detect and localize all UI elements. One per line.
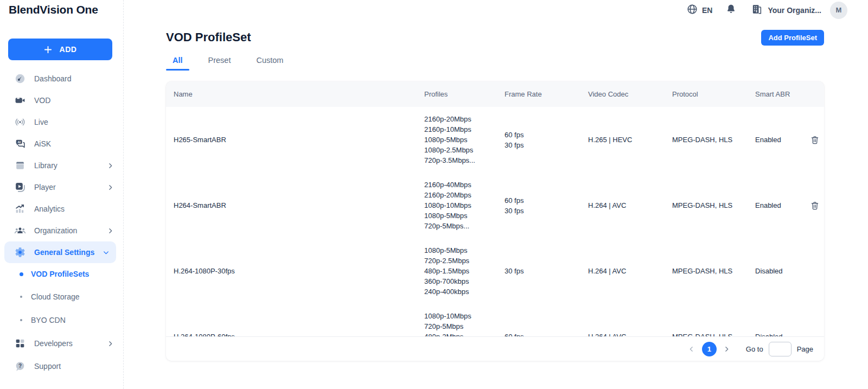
- sidebar-item-vod-profilesets[interactable]: VOD ProfileSets: [0, 263, 124, 285]
- table-row[interactable]: H264-SmartABR 2160p-40Mbps 2160p-20Mbps …: [166, 173, 824, 238]
- column-header-name: Name: [174, 90, 424, 98]
- go-to-label: Go to: [746, 345, 763, 353]
- bullet-dot-icon: [18, 319, 24, 321]
- profileset-name: H.264-1080P-30fps: [174, 267, 424, 275]
- go-to-page-input[interactable]: [769, 342, 792, 356]
- add-button[interactable]: ADD: [8, 39, 112, 60]
- pagination-prev-button[interactable]: [685, 342, 699, 356]
- add-button-label: ADD: [59, 45, 76, 54]
- sidebar-item-aisk[interactable]: AI AiSK: [0, 133, 124, 155]
- sidebar-item-label: VOD: [34, 96, 50, 105]
- tab-custom[interactable]: Custom: [250, 54, 290, 71]
- page-label: Page: [797, 345, 813, 353]
- plus-icon: [43, 43, 53, 55]
- page-title: VOD ProfileSet: [166, 30, 251, 44]
- chevron-right-icon: [107, 162, 114, 169]
- delete-icon[interactable]: [809, 134, 821, 146]
- profiles-cell: 2160p-20Mbps 2160p-10Mbps 1080p-5Mbps 10…: [424, 114, 505, 165]
- column-header-frame-rate: Frame Rate: [505, 90, 588, 98]
- smart-abr-cell: Disabled: [755, 333, 809, 336]
- column-header-smart-abr: Smart ABR: [755, 90, 809, 98]
- grid-icon: [14, 337, 26, 349]
- sidebar-item-live[interactable]: Live: [0, 111, 124, 133]
- chevron-right-icon: [107, 227, 114, 234]
- video-camera-icon: [14, 94, 26, 106]
- table-row[interactable]: H.264-1080P-60fps 1080p-10Mbps 720p-5Mbp…: [166, 304, 824, 336]
- sidebar-item-player[interactable]: Player: [0, 176, 124, 198]
- help-bubble-icon: ?: [14, 360, 26, 372]
- gear-icon: [14, 246, 26, 258]
- column-header-profiles: Profiles: [424, 90, 505, 98]
- sidebar-subitem-label: BYO CDN: [31, 316, 66, 324]
- tabs: All Preset Custom: [166, 54, 290, 71]
- main-content: VOD ProfileSet Add ProfileSet All Preset…: [124, 0, 868, 389]
- analytics-icon: [14, 203, 26, 215]
- sidebar-item-label: Developers: [34, 339, 73, 348]
- frame-rate-cell: 60 fps 30 fps: [505, 130, 588, 150]
- people-group-icon: [14, 225, 26, 237]
- profileset-table: Name Profiles Frame Rate Video Codec Pro…: [166, 81, 824, 361]
- tab-all[interactable]: All: [166, 54, 189, 71]
- video-codec-cell: H.264 | AVC: [588, 201, 672, 209]
- delete-icon[interactable]: [809, 200, 821, 212]
- svg-text:AI: AI: [17, 141, 21, 144]
- smart-abr-cell: Enabled: [755, 136, 809, 144]
- protocol-cell: MPEG-DASH, HLS: [672, 267, 755, 275]
- profileset-name: H.264-1080P-60fps: [174, 333, 424, 336]
- sidebar-item-developers[interactable]: Developers: [0, 331, 124, 355]
- sidebar-subitem-label: VOD ProfileSets: [31, 270, 89, 278]
- table-header: Name Profiles Frame Rate Video Codec Pro…: [166, 81, 824, 107]
- pagination-current-page[interactable]: 1: [702, 342, 717, 356]
- sidebar-nav: Dashboard VOD Live AI AiSK Library: [0, 68, 124, 377]
- frame-rate-cell: 60 fps 30 fps: [505, 195, 588, 216]
- frame-rate-cell: 60 fps: [505, 331, 588, 336]
- sidebar-item-library[interactable]: Library: [0, 155, 124, 176]
- column-header-video-codec: Video Codec: [588, 90, 672, 98]
- protocol-cell: MPEG-DASH, HLS: [672, 201, 755, 209]
- sidebar-item-label: Library: [34, 161, 58, 170]
- smart-abr-cell: Disabled: [755, 267, 809, 275]
- pagination-next-button[interactable]: [720, 342, 734, 356]
- sidebar-item-label: Player: [34, 183, 56, 192]
- bullet-dot-icon: [18, 272, 24, 276]
- svg-text:?: ?: [18, 363, 22, 369]
- sidebar-item-dashboard[interactable]: Dashboard: [0, 68, 124, 90]
- video-codec-cell: H.264 | AVC: [588, 267, 672, 275]
- column-header-protocol: Protocol: [672, 90, 755, 98]
- sidebar-item-analytics[interactable]: Analytics: [0, 198, 124, 220]
- profiles-cell: 1080p-10Mbps 720p-5Mbps 480p-2Mbps: [424, 311, 505, 336]
- sidebar-subitem-label: Cloud Storage: [31, 292, 80, 301]
- chevron-down-icon: [103, 249, 110, 256]
- sidebar-item-vod[interactable]: VOD: [0, 90, 124, 111]
- add-profileset-button[interactable]: Add ProfileSet: [761, 30, 824, 46]
- table-row[interactable]: H265-SmartABR 2160p-20Mbps 2160p-10Mbps …: [166, 107, 824, 173]
- table-body: H265-SmartABR 2160p-20Mbps 2160p-10Mbps …: [166, 107, 824, 336]
- sidebar: BlendVision One ADD Dashboard VOD Live: [0, 0, 124, 389]
- library-icon: [14, 160, 26, 171]
- video-codec-cell: H.265 | HEVC: [588, 136, 672, 144]
- sidebar-item-support[interactable]: ? Support: [0, 355, 124, 377]
- chevron-right-icon: [107, 340, 114, 347]
- sidebar-item-organization[interactable]: Organization: [0, 220, 124, 241]
- sidebar-item-label: Live: [34, 118, 48, 126]
- sidebar-item-label: General Settings: [34, 248, 94, 257]
- profiles-cell: 2160p-40Mbps 2160p-20Mbps 1080p-10Mbps 1…: [424, 180, 505, 231]
- sidebar-item-label: Support: [34, 362, 61, 371]
- player-icon: [14, 181, 26, 193]
- bullet-dot-icon: [18, 296, 24, 298]
- sidebar-item-cloud-storage[interactable]: Cloud Storage: [0, 285, 124, 308]
- table-row[interactable]: H.264-1080P-30fps 1080p-5Mbps 720p-2.5Mb…: [166, 238, 824, 304]
- smart-abr-cell: Enabled: [755, 201, 809, 209]
- table-footer: 1 Go to Page: [166, 336, 824, 361]
- app-logo: BlendVision One: [9, 3, 98, 16]
- sidebar-item-general-settings[interactable]: General Settings: [4, 241, 116, 263]
- sidebar-item-label: Organization: [34, 226, 77, 235]
- video-codec-cell: H.264 | AVC: [588, 333, 672, 336]
- sidebar-item-byo-cdn[interactable]: BYO CDN: [0, 308, 124, 331]
- live-broadcast-icon: [14, 116, 26, 128]
- tab-preset[interactable]: Preset: [202, 54, 238, 71]
- frame-rate-cell: 30 fps: [505, 266, 588, 276]
- profiles-cell: 1080p-5Mbps 720p-2.5Mbps 480p-1.5Mbps 36…: [424, 245, 505, 297]
- protocol-cell: MPEG-DASH, HLS: [672, 333, 755, 336]
- sidebar-item-label: Analytics: [34, 205, 65, 213]
